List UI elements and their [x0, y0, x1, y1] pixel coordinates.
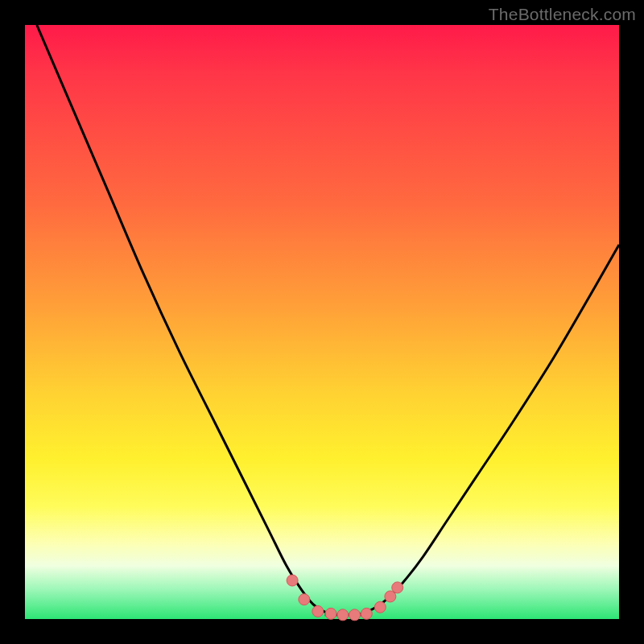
- data-marker: [325, 608, 336, 619]
- data-marker: [392, 582, 403, 593]
- data-marker: [312, 605, 324, 617]
- outer-frame: TheBottleneck.com: [0, 0, 644, 644]
- data-marker: [337, 609, 349, 621]
- data-marker: [374, 601, 386, 613]
- data-marker: [361, 608, 372, 619]
- bottleneck-curve-left: [37, 25, 337, 615]
- curve-overlay: [25, 25, 619, 619]
- bottleneck-curve-right: [357, 245, 619, 615]
- data-marker: [287, 575, 298, 586]
- data-marker: [349, 609, 361, 621]
- watermark-text: TheBottleneck.com: [489, 5, 636, 24]
- data-marker: [299, 594, 310, 605]
